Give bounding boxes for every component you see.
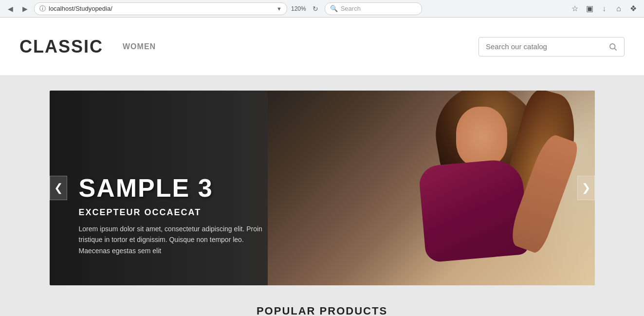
reading-list-button[interactable]: ▣: [584, 3, 595, 15]
carousel-prev-button[interactable]: ❮: [50, 176, 67, 200]
main-content: SAMPLE 3 EXCEPTEUR OCCAECAT Lorem ipsum …: [0, 76, 644, 316]
search-magnifier-icon: 🔍: [330, 5, 338, 12]
forward-button[interactable]: ▶: [19, 3, 30, 14]
catalog-search-button[interactable]: [608, 42, 617, 51]
download-button[interactable]: ↓: [598, 3, 610, 15]
carousel-description: Lorem ipsum dolor sit amet, consectetur …: [79, 223, 264, 256]
site-header: CLASSIC WOMEN: [0, 18, 644, 76]
nav-women[interactable]: WOMEN: [123, 42, 156, 51]
catalog-search-box[interactable]: [478, 37, 625, 56]
carousel-image: [268, 91, 595, 285]
back-button[interactable]: ◀: [5, 3, 16, 14]
carousel-title: SAMPLE 3: [79, 173, 264, 203]
fashion-figure: [415, 91, 562, 285]
url-text: localhost/Studyopedia/: [49, 5, 112, 12]
carousel-slide: SAMPLE 3 EXCEPTEUR OCCAECAT Lorem ipsum …: [50, 91, 595, 285]
catalog-search-input[interactable]: [486, 42, 608, 51]
reload-button[interactable]: ↻: [310, 3, 321, 14]
popular-products-section: POPULAR PRODUCTS: [19, 300, 625, 316]
search-icon: [608, 42, 617, 51]
popular-products-title: POPULAR PRODUCTS: [19, 305, 625, 316]
browser-action-icons: ☆ ▣ ↓ ⌂ ❖: [569, 3, 639, 15]
carousel-subtitle: EXCEPTEUR OCCAECAT: [79, 207, 264, 218]
figure-body: [418, 158, 529, 263]
svg-point-0: [610, 44, 615, 49]
figure-face: [456, 107, 508, 167]
carousel-text-block: SAMPLE 3 EXCEPTEUR OCCAECAT Lorem ipsum …: [79, 173, 264, 256]
carousel-next-button[interactable]: ❯: [577, 176, 595, 200]
site-nav: WOMEN: [123, 42, 156, 51]
dropdown-icon: ▼: [276, 6, 282, 12]
svg-line-1: [614, 48, 616, 50]
info-icon: ⓘ: [39, 4, 46, 13]
extension-shield-button[interactable]: ❖: [627, 3, 639, 15]
address-bar[interactable]: ⓘ localhost/Studyopedia/ ▼: [34, 2, 287, 15]
browser-toolbar: ◀ ▶ ⓘ localhost/Studyopedia/ ▼ 120% ↻ 🔍 …: [0, 0, 644, 18]
bookmark-star-button[interactable]: ☆: [569, 3, 581, 15]
site-logo: CLASSIC: [19, 37, 103, 57]
header-left: CLASSIC WOMEN: [19, 37, 156, 57]
browser-search-box[interactable]: 🔍 Search: [325, 2, 422, 15]
hero-carousel: SAMPLE 3 EXCEPTEUR OCCAECAT Lorem ipsum …: [50, 91, 595, 285]
browser-search-placeholder: Search: [341, 5, 361, 12]
zoom-level[interactable]: 120%: [291, 5, 306, 12]
home-button[interactable]: ⌂: [613, 3, 625, 15]
